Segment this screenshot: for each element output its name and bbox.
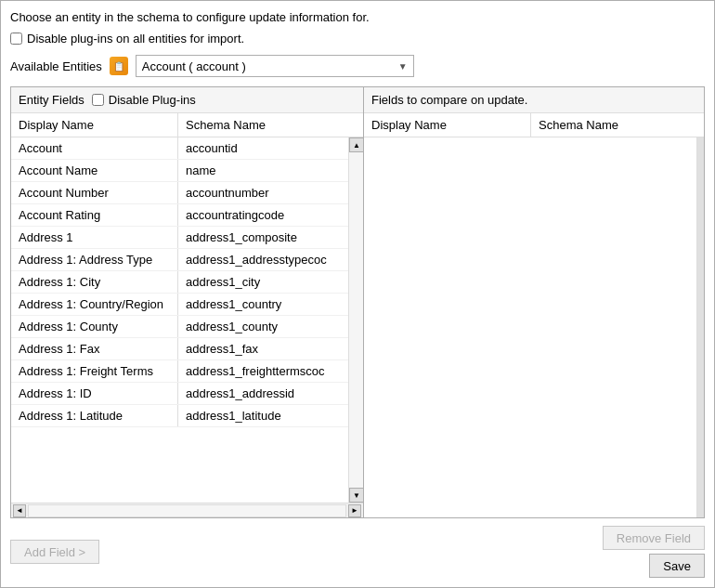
cell-display-name: Address 1: City (11, 271, 178, 293)
fields-compare-header: Fields to compare on update. (364, 87, 704, 113)
hscroll-right-btn[interactable]: ► (348, 504, 361, 517)
cell-display-name: Account (11, 137, 178, 159)
cell-schema-name: name (178, 160, 348, 181)
disable-plugins-all-checkbox[interactable] (10, 33, 22, 45)
entity-dropdown[interactable]: Account ( account ) ▼ (136, 55, 414, 77)
table-row[interactable]: Address 1: Latitudeaddress1_latitude (11, 405, 348, 427)
cell-display-name: Address 1: Address Type (11, 249, 178, 270)
cell-display-name: Account Name (11, 160, 178, 181)
table-row[interactable]: Address 1: Freight Termsaddress1_freight… (11, 360, 348, 383)
cell-display-name: Address 1: Fax (11, 338, 178, 359)
right-buttons: Remove Field Save (603, 526, 705, 578)
cell-display-name: Address 1: Freight Terms (11, 360, 178, 382)
chevron-down-icon: ▼ (398, 61, 408, 72)
entity-dropdown-text: Account ( account ) (142, 59, 246, 73)
cell-schema-name: address1_latitude (178, 405, 348, 426)
left-col-display: Display Name (11, 113, 178, 137)
left-buttons: Add Field > (10, 540, 99, 564)
disable-plugins-checkbox[interactable] (92, 94, 104, 106)
entity-icon: 📋 (110, 57, 128, 75)
disable-plugins-row: Disable plug-ins on all entities for imp… (10, 32, 705, 46)
cell-schema-name: accountnumber (178, 182, 348, 203)
remove-field-button[interactable]: Remove Field (603, 526, 705, 550)
hscroll-left-btn[interactable]: ◄ (13, 504, 26, 517)
left-table-header: Display Name Schema Name (11, 113, 363, 137)
available-entities-label: Available Entities (10, 59, 102, 73)
disable-plugins-all-label: Disable plug-ins on all entities for imp… (27, 32, 244, 46)
bottom-buttons: Add Field > Remove Field Save (10, 526, 705, 578)
right-col-schema: Schema Name (531, 113, 704, 137)
cell-display-name: Address 1: Country/Region (11, 294, 178, 315)
cell-schema-name: accountid (178, 137, 348, 159)
table-row[interactable]: Account Numberaccountnumber (11, 182, 348, 204)
panels-section: Entity Fields Disable Plug-ins Display N… (10, 86, 705, 518)
table-row[interactable]: Address 1: Country/Regionaddress1_countr… (11, 294, 348, 316)
save-button[interactable]: Save (649, 554, 705, 578)
table-row[interactable]: Account Namename (11, 160, 348, 182)
fields-compare-label: Fields to compare on update. (371, 93, 527, 107)
cell-schema-name: address1_country (178, 294, 348, 315)
left-panel: Entity Fields Disable Plug-ins Display N… (11, 87, 364, 517)
vscroll-up-btn[interactable]: ▲ (349, 137, 363, 152)
left-hscrollbar[interactable]: ◄ ► (11, 503, 363, 517)
cell-display-name: Address 1: Latitude (11, 405, 178, 426)
cell-schema-name: address1_county (178, 316, 348, 337)
right-table-container: Display Name Schema Name (364, 113, 704, 517)
cell-schema-name: accountratingcode (178, 204, 348, 226)
disable-plugins-checkbox-row: Disable Plug-ins (92, 93, 196, 107)
hscroll-track[interactable] (28, 504, 346, 517)
right-col-display: Display Name (364, 113, 531, 137)
cell-schema-name: address1_city (178, 271, 348, 293)
right-table-header: Display Name Schema Name (364, 113, 704, 137)
vscroll-track[interactable] (349, 152, 363, 488)
cell-schema-name: address1_composite (178, 227, 348, 248)
table-row[interactable]: Address 1: Countyaddress1_county (11, 316, 348, 338)
table-row[interactable]: Accountaccountid (11, 137, 348, 160)
table-row[interactable]: Address 1: IDaddress1_addressid (11, 383, 348, 405)
cell-display-name: Address 1: ID (11, 383, 178, 404)
disable-plugins-checkbox-label: Disable Plug-ins (109, 93, 196, 107)
cell-schema-name: address1_addresstypecoc (178, 249, 348, 270)
left-table-wrapper: AccountaccountidAccount NamenameAccount … (11, 137, 363, 503)
right-panel: Fields to compare on update. Display Nam… (364, 87, 704, 517)
cell-schema-name: address1_freighttermscoc (178, 360, 348, 382)
entity-fields-label: Entity Fields (19, 93, 84, 107)
left-vscrollbar[interactable]: ▲ ▼ (348, 137, 363, 503)
available-entities-row: Available Entities 📋 Account ( account )… (10, 55, 705, 77)
table-row[interactable]: Address 1: Faxaddress1_fax (11, 338, 348, 360)
main-container: Choose an entity in the schema to config… (0, 0, 715, 588)
left-table-container: Display Name Schema Name Accountaccounti… (11, 113, 363, 517)
entity-fields-header: Entity Fields Disable Plug-ins (11, 87, 363, 113)
table-row[interactable]: Address 1address1_composite (11, 227, 348, 249)
right-vscrollbar[interactable] (696, 137, 704, 517)
cell-display-name: Account Rating (11, 204, 178, 226)
cell-display-name: Account Number (11, 182, 178, 203)
table-row[interactable]: Address 1: Cityaddress1_city (11, 271, 348, 294)
cell-schema-name: address1_fax (178, 338, 348, 359)
left-col-schema: Schema Name (178, 113, 363, 137)
cell-display-name: Address 1: County (11, 316, 178, 337)
instruction-text: Choose an entity in the schema to config… (10, 10, 705, 24)
cell-display-name: Address 1 (11, 227, 178, 248)
table-row[interactable]: Address 1: Address Typeaddress1_addresst… (11, 249, 348, 271)
cell-schema-name: address1_addressid (178, 383, 348, 404)
table-row[interactable]: Account Ratingaccountratingcode (11, 204, 348, 227)
vscroll-down-btn[interactable]: ▼ (349, 488, 363, 503)
right-table-body[interactable] (364, 137, 696, 517)
add-field-button[interactable]: Add Field > (10, 540, 99, 564)
right-table-wrapper (364, 137, 704, 517)
left-table-body[interactable]: AccountaccountidAccount NamenameAccount … (11, 137, 348, 503)
